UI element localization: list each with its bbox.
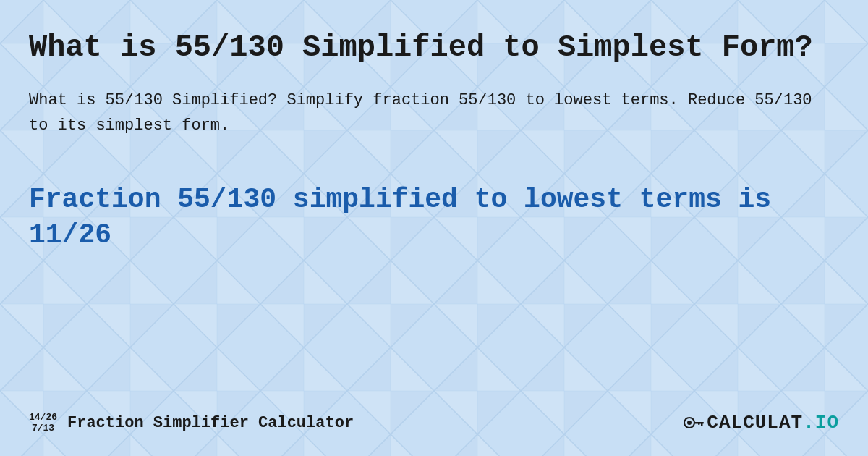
- page-title: What is 55/130 Simplified to Simplest Fo…: [29, 29, 839, 67]
- svg-point-15: [687, 421, 692, 425]
- calculator-icon: [684, 413, 707, 433]
- footer: 14/26 7/13 Fraction Simplifier Calculato…: [29, 397, 839, 434]
- result-section: Fraction 55/130 simplified to lowest ter…: [29, 182, 839, 397]
- svg-rect-18: [698, 422, 700, 425]
- footer-logo-text: CALCULAT.IO: [707, 412, 839, 434]
- footer-fraction-bottom: 7/13: [32, 423, 54, 434]
- svg-rect-17: [701, 422, 703, 426]
- footer-fraction-top: 14/26: [29, 412, 57, 423]
- footer-logo: CALCULAT.IO: [684, 412, 839, 434]
- page-description: What is 55/130 Simplified? Simplify frac…: [29, 88, 839, 138]
- result-text: Fraction 55/130 simplified to lowest ter…: [29, 182, 839, 253]
- footer-fraction: 14/26 7/13: [29, 412, 57, 434]
- footer-brand-label: Fraction Simplifier Calculator: [67, 414, 354, 432]
